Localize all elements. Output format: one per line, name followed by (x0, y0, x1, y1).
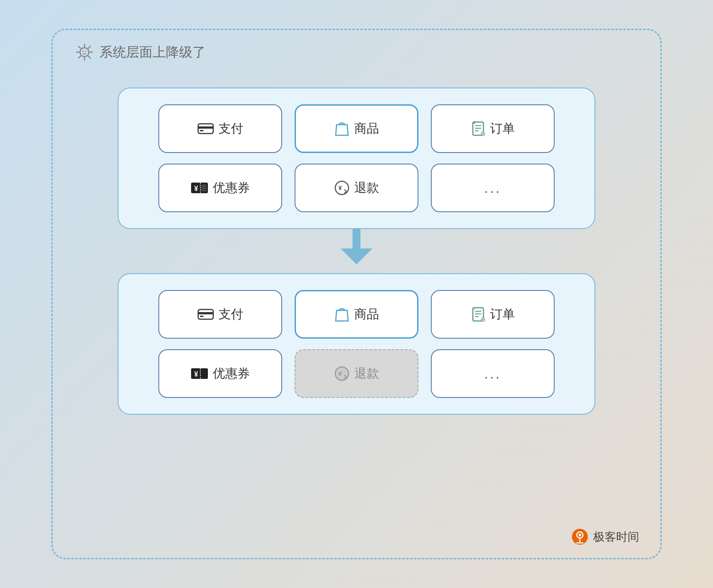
bottom-coupon-button[interactable]: ¥ 优惠券 (158, 349, 282, 398)
bottom-more-button[interactable]: ... (431, 349, 555, 398)
svg-line-8 (79, 56, 80, 58)
brand-badge: 极客时间 (571, 528, 639, 546)
top-goods-label: 商品 (354, 120, 379, 137)
svg-text:¥: ¥ (338, 370, 342, 377)
svg-rect-30 (353, 229, 360, 248)
header-title: 系统层面上降级了 (100, 43, 206, 61)
order-icon (471, 121, 486, 137)
svg-point-42 (473, 307, 475, 309)
svg-text:¥: ¥ (194, 185, 198, 192)
svg-point-0 (80, 48, 89, 57)
bottom-refund-label: 退款 (354, 365, 379, 382)
svg-rect-43 (191, 368, 208, 379)
svg-text:¥: ¥ (194, 370, 198, 378)
refund-icon: ¥ (334, 180, 350, 196)
top-row-1: 支付 商品 (136, 104, 577, 153)
svg-point-9 (83, 51, 84, 52)
top-more-button[interactable]: ... (431, 164, 555, 212)
top-service-box: 支付 商品 (118, 88, 595, 229)
svg-rect-27 (201, 184, 207, 191)
bottom-refund-icon: ¥ (334, 366, 350, 382)
goods-icon (334, 120, 350, 137)
svg-point-10 (85, 51, 87, 52)
svg-line-7 (88, 46, 90, 48)
svg-line-6 (88, 56, 90, 58)
bottom-coupon-label: 优惠券 (213, 365, 250, 382)
bottom-goods-button[interactable]: 商品 (295, 290, 418, 339)
top-order-button[interactable]: 订单 (431, 104, 555, 153)
header-label: 系统层面上降级了 (75, 42, 206, 62)
bottom-more-label: ... (484, 366, 502, 382)
top-refund-label: 退款 (354, 179, 379, 196)
bottom-goods-label: 商品 (354, 306, 379, 323)
bottom-order-icon (471, 306, 486, 322)
svg-rect-34 (200, 316, 203, 317)
top-pay-label: 支付 (218, 120, 243, 137)
gear-sun-icon (75, 42, 94, 62)
brand-logo-icon (571, 528, 589, 546)
top-row-2: ¥ 优惠券 ¥ 退款 (136, 164, 577, 212)
pay-icon (197, 122, 214, 135)
svg-marker-31 (341, 248, 372, 264)
bottom-coupon-icon: ¥ (191, 367, 208, 380)
bottom-row-1: 支付 商品 (136, 290, 577, 339)
bottom-goods-icon (334, 306, 350, 323)
svg-rect-33 (198, 312, 213, 314)
svg-text:¥: ¥ (338, 184, 342, 191)
top-goods-button[interactable]: 商品 (295, 104, 418, 153)
bottom-service-box: 支付 商品 (118, 273, 595, 415)
top-coupon-button[interactable]: ¥ 优惠券 (158, 164, 282, 212)
svg-point-50 (579, 534, 581, 536)
down-arrow (341, 229, 372, 264)
bottom-refund-button[interactable]: ¥ 退款 (295, 349, 418, 398)
coupon-icon: ¥ (191, 181, 208, 195)
svg-rect-12 (198, 126, 213, 129)
bottom-order-label: 订单 (490, 306, 515, 323)
svg-line-5 (79, 46, 80, 48)
svg-point-46 (335, 367, 349, 380)
bottom-pay-label: 支付 (218, 306, 243, 323)
top-coupon-label: 优惠券 (213, 179, 250, 196)
svg-rect-13 (200, 130, 203, 131)
svg-point-28 (335, 181, 349, 195)
bottom-pay-icon (197, 308, 214, 321)
bottom-order-button[interactable]: 订单 (431, 290, 555, 339)
outer-frame: 系统层面上降级了 支付 (51, 29, 662, 559)
bottom-row-2: ¥ 优惠券 ¥ 退款 ... (136, 349, 577, 398)
top-refund-button[interactable]: ¥ 退款 (295, 164, 418, 212)
top-order-label: 订单 (490, 120, 515, 137)
top-pay-button[interactable]: 支付 (158, 104, 282, 153)
brand-name: 极客时间 (593, 529, 639, 545)
top-more-label: ... (484, 180, 502, 196)
bottom-pay-button[interactable]: 支付 (158, 290, 282, 339)
